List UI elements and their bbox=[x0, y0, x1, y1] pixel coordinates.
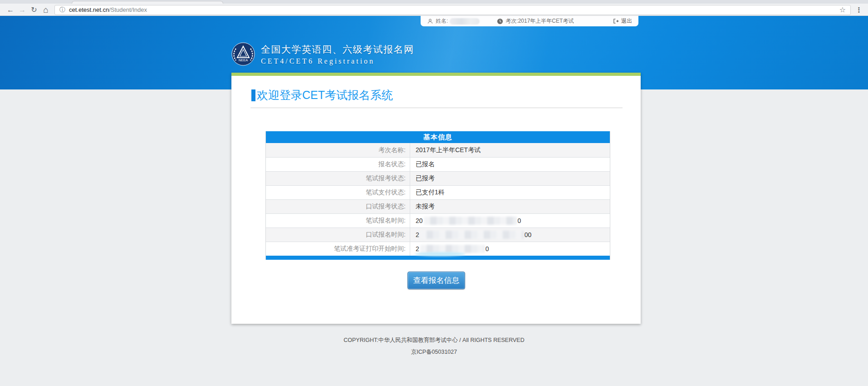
url-path: /Student/Index bbox=[109, 6, 147, 13]
forward-icon[interactable]: → bbox=[16, 4, 28, 16]
address-bar[interactable]: ⓘ cet.etest.net.cn/Student/Index ☆ bbox=[54, 5, 851, 15]
site-title: 全国大学英语四、六级考试报名网 bbox=[261, 43, 414, 56]
page-heading: 欢迎登录CET考试报名系统 bbox=[251, 88, 393, 103]
url-host: cet.etest.net.cn bbox=[69, 6, 109, 13]
row-label: 口试报名时间: bbox=[266, 228, 410, 242]
redacted-date bbox=[424, 217, 517, 225]
row-value: 2017年上半年CET考试 bbox=[410, 143, 610, 157]
browser-active-tab[interactable] bbox=[72, 1, 223, 4]
exam-session-icon bbox=[497, 18, 503, 25]
table-row: 笔试支付状态:已支付1科 bbox=[266, 185, 610, 199]
neea-logo: NEEA bbox=[231, 42, 255, 66]
back-icon[interactable]: ← bbox=[5, 4, 16, 16]
url-text: cet.etest.net.cn/Student/Index bbox=[69, 6, 147, 13]
browser-chrome: ← → ↻ ⌂ ⓘ cet.etest.net.cn/Student/Index… bbox=[0, 0, 868, 16]
row-label: 口试报考状态: bbox=[266, 200, 410, 213]
row-label: 笔试准考证打印开始时间: bbox=[266, 242, 410, 256]
row-value: 200 bbox=[410, 214, 610, 228]
logout-button[interactable]: 退出 bbox=[613, 17, 632, 25]
row-label: 报名状态: bbox=[266, 158, 410, 171]
site-brand: NEEA 全国大学英语四、六级考试报名网 CET4/CET6 Registrat… bbox=[231, 42, 414, 66]
table-bottom-strip bbox=[266, 256, 610, 260]
page-title: 欢迎登录CET考试报名系统 bbox=[257, 88, 393, 103]
table-row: 口试报考状态:未报考 bbox=[266, 199, 610, 213]
home-icon[interactable]: ⌂ bbox=[40, 4, 52, 16]
logout-icon bbox=[613, 18, 619, 24]
user-icon bbox=[427, 18, 433, 25]
heading-divider bbox=[250, 108, 623, 108]
user-bar: 姓名: 考次:2017年上半年CET考试 退出 bbox=[421, 16, 638, 26]
row-label: 笔试支付状态: bbox=[266, 186, 410, 199]
row-label: 考次名称: bbox=[266, 143, 410, 157]
table-row: 笔试准考证打印开始时间:20 bbox=[266, 242, 610, 256]
card-top-strip bbox=[231, 73, 641, 76]
row-value: 200 bbox=[410, 228, 610, 242]
table-row: 笔试报考状态:已报考 bbox=[266, 171, 610, 185]
row-value: 已报名 bbox=[410, 158, 610, 171]
table-row: 报名状态:已报名 bbox=[266, 157, 610, 171]
view-registration-button[interactable]: 查看报名信息 bbox=[407, 272, 465, 289]
user-name-redacted bbox=[450, 18, 480, 25]
footer-copyright: COPYRIGHT:中华人民共和国教育部考试中心 / All RIGHTS RE… bbox=[0, 337, 868, 344]
bookmark-star-icon[interactable]: ☆ bbox=[839, 5, 846, 14]
browser-menu-icon[interactable]: ⋮ bbox=[854, 6, 863, 14]
row-value: 20 bbox=[410, 242, 610, 256]
row-label: 笔试报名时间: bbox=[266, 214, 410, 228]
exam-session-label: 考次:2017年上半年CET考试 bbox=[505, 17, 574, 25]
page-info-icon[interactable]: ⓘ bbox=[59, 6, 65, 14]
svg-text:NEEA: NEEA bbox=[239, 58, 248, 62]
footer-icp: 京ICP备05031027 bbox=[0, 348, 868, 356]
row-label: 笔试报考状态: bbox=[266, 172, 410, 185]
basic-info-table-body: 考次名称:2017年上半年CET考试报名状态:已报名笔试报考状态:已报考笔试支付… bbox=[266, 143, 610, 256]
browser-toolbar: ← → ↻ ⌂ ⓘ cet.etest.net.cn/Student/Index… bbox=[0, 4, 868, 16]
browser-tab-strip bbox=[0, 0, 868, 4]
row-value: 已报考 bbox=[410, 172, 610, 185]
basic-info-table: 基本信息 考次名称:2017年上半年CET考试报名状态:已报名笔试报考状态:已报… bbox=[265, 131, 610, 260]
redacted-date bbox=[420, 245, 485, 253]
site-subtitle: CET4/CET6 Registration bbox=[261, 57, 414, 65]
table-row: 笔试报名时间:200 bbox=[266, 213, 610, 228]
table-row: 考次名称:2017年上半年CET考试 bbox=[266, 143, 610, 157]
table-header: 基本信息 bbox=[266, 131, 610, 143]
redacted-date bbox=[420, 231, 524, 239]
heading-accent-bar bbox=[251, 89, 255, 101]
highlight-smudge bbox=[415, 252, 466, 256]
row-value: 已支付1科 bbox=[410, 186, 610, 199]
logout-label: 退出 bbox=[621, 17, 632, 25]
row-value: 未报考 bbox=[410, 200, 610, 213]
table-row: 口试报名时间:200 bbox=[266, 228, 610, 242]
reload-icon[interactable]: ↻ bbox=[28, 4, 40, 16]
user-name-label: 姓名: bbox=[436, 17, 448, 25]
brand-text: 全国大学英语四、六级考试报名网 CET4/CET6 Registration bbox=[261, 43, 414, 65]
exam-session: 考次:2017年上半年CET考试 bbox=[497, 17, 574, 25]
main-card: 欢迎登录CET考试报名系统 基本信息 考次名称:2017年上半年CET考试报名状… bbox=[231, 73, 641, 324]
